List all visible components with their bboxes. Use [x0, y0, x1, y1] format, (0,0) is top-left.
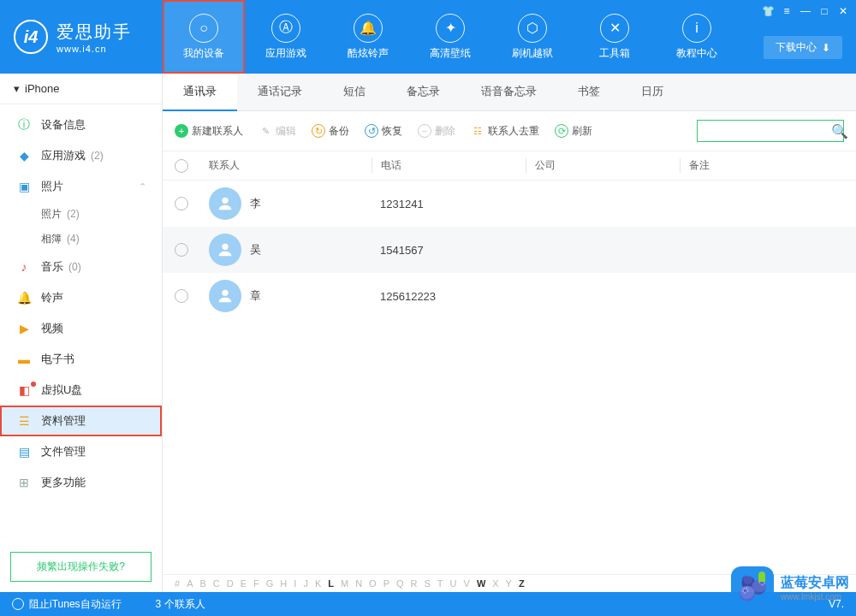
- tab[interactable]: 通讯录: [163, 74, 237, 111]
- sidebar-item-ebook[interactable]: ▬电子书: [0, 344, 162, 375]
- contact-name: 李: [250, 196, 261, 211]
- alpha-letter[interactable]: #: [175, 578, 180, 589]
- sidebar-sub-item[interactable]: 相簿(4): [0, 227, 162, 252]
- alpha-letter[interactable]: D: [227, 578, 234, 589]
- alpha-letter[interactable]: P: [383, 578, 389, 589]
- alpha-letter[interactable]: S: [425, 578, 431, 589]
- photos-icon: ▣: [15, 178, 33, 195]
- nav-ringtones[interactable]: 🔔酷炫铃声: [327, 0, 409, 74]
- tab[interactable]: 短信: [323, 74, 386, 110]
- itunes-toggle[interactable]: 阻止iTunes自动运行: [12, 597, 122, 612]
- help-link[interactable]: 频繁出现操作失败?: [10, 552, 152, 582]
- alpha-letter[interactable]: Q: [396, 578, 404, 589]
- search-input[interactable]: [703, 125, 831, 137]
- alpha-letter[interactable]: G: [266, 578, 274, 589]
- alpha-letter[interactable]: R: [411, 578, 418, 589]
- delete-button[interactable]: −删除: [418, 124, 455, 139]
- nav-wallpapers[interactable]: ✦高清壁纸: [409, 0, 491, 74]
- alpha-letter[interactable]: N: [355, 578, 362, 589]
- search-box[interactable]: 🔍: [697, 120, 844, 142]
- shirt-icon[interactable]: 👕: [758, 3, 777, 19]
- sidebar-item-music[interactable]: ♪音乐(0): [0, 252, 162, 282]
- sidebar-item-info[interactable]: ⓘ设备信息: [0, 110, 162, 140]
- col-contact[interactable]: 联系人: [209, 158, 372, 173]
- col-company[interactable]: 公司: [526, 158, 680, 173]
- contact-row[interactable]: 李 1231241: [163, 181, 856, 227]
- minimize-icon[interactable]: —: [796, 3, 815, 19]
- alpha-letter[interactable]: T: [437, 578, 443, 589]
- refresh-button[interactable]: ⟳刷新: [555, 124, 592, 139]
- sidebar-item-apps[interactable]: ◆应用游戏(2): [0, 140, 162, 171]
- new-contact-button[interactable]: +新建联系人: [175, 124, 243, 139]
- sidebar-sub-item[interactable]: 照片(2): [0, 202, 162, 227]
- alpha-letter[interactable]: X: [492, 578, 498, 589]
- tab[interactable]: 语音备忘录: [461, 74, 557, 110]
- alpha-letter[interactable]: O: [369, 578, 377, 589]
- alpha-letter[interactable]: F: [253, 578, 259, 589]
- logo-icon: i4: [14, 20, 48, 54]
- alpha-letter[interactable]: M: [341, 578, 348, 589]
- toolbox-icon: ✕: [600, 14, 629, 43]
- device-name: iPhone: [25, 82, 59, 95]
- sidebar-item-more[interactable]: ⊞更多功能: [0, 467, 162, 498]
- sidebar-item-video[interactable]: ▶视频: [0, 313, 162, 344]
- alpha-letter[interactable]: E: [241, 578, 247, 589]
- ebook-icon: ▬: [15, 351, 33, 368]
- contact-row[interactable]: 章 125612223: [163, 273, 856, 319]
- ringtones-icon: 🔔: [354, 14, 383, 43]
- search-icon: 🔍: [831, 123, 848, 139]
- alpha-letter[interactable]: Y: [506, 578, 512, 589]
- device-selector[interactable]: ▾ iPhone: [0, 74, 162, 104]
- alpha-letter[interactable]: H: [280, 578, 287, 589]
- avatar: [209, 187, 241, 220]
- row-checkbox[interactable]: [175, 243, 188, 257]
- table-header: 联系人 电话 公司 备注: [163, 151, 856, 181]
- menu-icon[interactable]: ≡: [777, 3, 796, 19]
- dedupe-button[interactable]: ☷联系人去重: [471, 124, 539, 139]
- sidebar-item-ringtone[interactable]: 🔔铃声: [0, 282, 162, 313]
- maximize-icon[interactable]: □: [815, 3, 834, 19]
- alpha-letter[interactable]: C: [213, 578, 220, 589]
- tab[interactable]: 通话记录: [237, 74, 323, 110]
- edit-button[interactable]: ✎编辑: [259, 124, 296, 139]
- sidebar-item-data[interactable]: ☰资料管理: [0, 406, 162, 436]
- chevron-down-icon: ▾: [14, 82, 20, 95]
- row-checkbox[interactable]: [175, 197, 188, 210]
- col-phone[interactable]: 电话: [372, 158, 526, 173]
- tab[interactable]: 日历: [621, 74, 684, 110]
- nav-device[interactable]: ○我的设备: [163, 0, 245, 74]
- col-note[interactable]: 备注: [680, 158, 844, 173]
- contact-count: 3 个联系人: [156, 597, 205, 612]
- tab[interactable]: 备忘录: [386, 74, 461, 110]
- nav-toolbox[interactable]: ✕工具箱: [574, 0, 656, 74]
- download-center-button[interactable]: 下载中心 ⬇: [764, 36, 842, 59]
- contact-row[interactable]: 吴 1541567: [163, 227, 856, 273]
- alpha-letter[interactable]: I: [294, 578, 296, 589]
- nav-flash[interactable]: ⬡刷机越狱: [491, 0, 574, 74]
- alpha-letter[interactable]: B: [199, 578, 205, 589]
- svg-point-1: [222, 244, 228, 250]
- restore-button[interactable]: ↺恢复: [365, 124, 402, 139]
- row-checkbox[interactable]: [175, 289, 188, 303]
- device-icon: ○: [189, 14, 218, 43]
- contact-phone: 125612223: [372, 290, 526, 303]
- nav-apps[interactable]: Ⓐ应用游戏: [245, 0, 327, 74]
- select-all-checkbox[interactable]: [175, 159, 188, 173]
- alpha-letter[interactable]: J: [303, 578, 308, 589]
- alpha-letter[interactable]: U: [450, 578, 457, 589]
- alpha-letter[interactable]: L: [328, 578, 334, 589]
- alpha-letter[interactable]: W: [477, 578, 485, 589]
- sidebar-item-udisk[interactable]: ◧虚拟U盘: [0, 375, 162, 406]
- close-icon[interactable]: ✕: [834, 3, 853, 19]
- backup-button[interactable]: ↻备份: [312, 124, 349, 139]
- tab[interactable]: 书签: [557, 74, 621, 110]
- alpha-letter[interactable]: K: [315, 578, 321, 589]
- alpha-letter[interactable]: A: [187, 578, 193, 589]
- nav-tutorial[interactable]: i教程中心: [656, 0, 738, 74]
- alpha-letter[interactable]: V: [464, 578, 470, 589]
- sidebar: ▾ iPhone ⓘ设备信息◆应用游戏(2)▣照片⌃照片(2)相簿(4)♪音乐(…: [0, 74, 163, 592]
- sidebar-item-files[interactable]: ▤文件管理: [0, 436, 162, 467]
- alpha-letter[interactable]: Z: [519, 578, 525, 589]
- data-icon: ☰: [15, 412, 33, 429]
- sidebar-item-photos[interactable]: ▣照片⌃: [0, 171, 162, 202]
